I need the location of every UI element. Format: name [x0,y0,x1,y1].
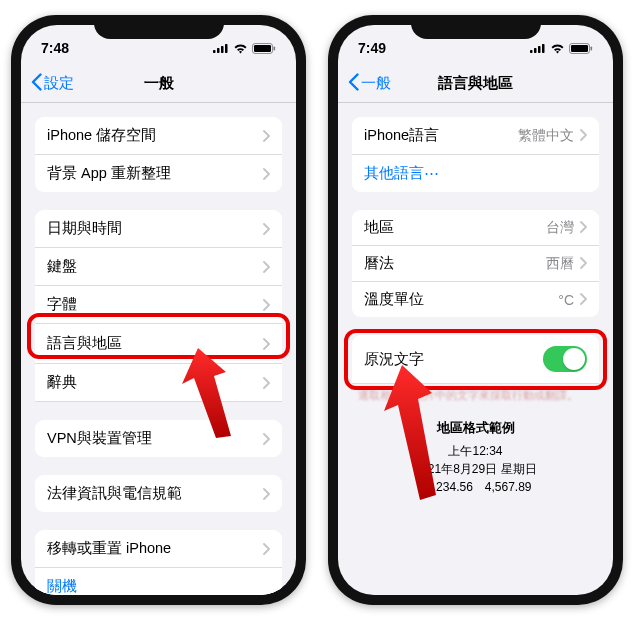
row-dictionary[interactable]: 辭典 [35,364,282,402]
notch [411,15,541,39]
cell-value: °C [558,292,574,308]
row-live-text[interactable]: 原況文字 [352,335,599,384]
row-legal-regulatory[interactable]: 法律資訊與電信規範 [35,475,282,512]
back-label: 一般 [361,74,391,93]
row-transfer-reset[interactable]: 移轉或重置 iPhone [35,530,282,568]
svg-rect-5 [254,45,271,52]
svg-rect-8 [534,48,537,53]
screen-right: 7:49 一般 語言與地區 iPhone語言 繁體中文 [338,25,613,595]
cell-label: VPN與裝置管理 [47,429,152,448]
content-right[interactable]: iPhone語言 繁體中文 其他語言⋯ 地區 台灣 [338,103,613,595]
chevron-right-icon [580,128,587,144]
svg-rect-1 [217,48,220,53]
chevron-left-icon [348,73,359,94]
row-calendar[interactable]: 曆法 西曆 [352,246,599,282]
chevron-right-icon [263,130,270,142]
group-region: 地區 台灣 曆法 西曆 溫度單位 °C [352,210,599,317]
content-left[interactable]: iPhone 儲存空間 背景 App 重新整理 日期與時間 鍵盤 [21,103,296,595]
status-indicators [530,43,593,54]
svg-rect-6 [274,46,276,50]
footer-hint: 選取相機和照片中的文字來採取行動或翻譯。 [358,388,593,403]
chevron-right-icon [263,377,270,389]
region-format-example: 地區格式範例 上午12:34 2021年8月29日 星期日 $1,234.56 … [338,419,613,496]
chevron-right-icon [580,292,587,308]
signal-icon [213,43,229,53]
row-iphone-language[interactable]: iPhone語言 繁體中文 [352,117,599,155]
cell-label: iPhone 儲存空間 [47,126,156,145]
nav-title: 一般 [144,74,174,93]
svg-rect-2 [221,46,224,53]
format-numbers: $1,234.56 4,567.89 [338,478,613,496]
cell-label: 移轉或重置 iPhone [47,539,171,558]
group-live-text: 原況文字 [352,335,599,384]
svg-rect-13 [591,46,593,50]
chevron-right-icon [263,433,270,445]
row-other-languages[interactable]: 其他語言⋯ [352,155,599,192]
phone-frame-left: 7:48 設定 一般 iPhone 儲存空間 背景 App 重新整理 [11,15,306,605]
chevron-right-icon [263,168,270,180]
svg-rect-9 [538,46,541,53]
chevron-right-icon [580,220,587,236]
cell-label: 字體 [47,295,77,314]
status-indicators [213,43,276,54]
svg-rect-10 [542,44,545,53]
chevron-right-icon [263,223,270,235]
phone-frame-right: 7:49 一般 語言與地區 iPhone語言 繁體中文 [328,15,623,605]
back-button[interactable]: 設定 [31,73,74,94]
svg-rect-0 [213,50,216,53]
wifi-icon [550,43,565,54]
row-date-time[interactable]: 日期與時間 [35,210,282,248]
row-language-region[interactable]: 語言與地區 [35,324,282,364]
cell-label: 溫度單位 [364,290,424,309]
format-header: 地區格式範例 [338,419,613,438]
chevron-right-icon [263,338,270,350]
format-date: 2021年8月29日 星期日 [338,460,613,478]
notch [94,15,224,39]
back-label: 設定 [44,74,74,93]
row-fonts[interactable]: 字體 [35,286,282,324]
cell-label: 曆法 [364,254,394,273]
screen-left: 7:48 設定 一般 iPhone 儲存空間 背景 App 重新整理 [21,25,296,595]
svg-rect-3 [225,44,228,53]
row-keyboard[interactable]: 鍵盤 [35,248,282,286]
svg-rect-12 [571,45,588,52]
row-background-app-refresh[interactable]: 背景 App 重新整理 [35,155,282,192]
row-vpn-device-management[interactable]: VPN與裝置管理 [35,420,282,457]
svg-rect-7 [530,50,533,53]
row-shutdown[interactable]: 關機 [35,568,282,595]
cell-label: 語言與地區 [47,334,122,353]
chevron-left-icon [31,73,42,94]
nav-bar: 一般 語言與地區 [338,65,613,103]
battery-icon [569,43,593,54]
wifi-icon [233,43,248,54]
battery-icon [252,43,276,54]
cell-label: 辭典 [47,373,77,392]
cell-label: 原況文字 [364,350,424,369]
live-text-toggle[interactable] [543,346,587,372]
cell-label: 其他語言⋯ [364,164,439,183]
cell-label: 關機 [47,577,77,595]
group-legal: 法律資訊與電信規範 [35,475,282,512]
status-time: 7:48 [41,40,69,56]
format-time: 上午12:34 [338,442,613,460]
nav-title: 語言與地區 [438,74,513,93]
chevron-right-icon [263,488,270,500]
row-temperature-unit[interactable]: 溫度單位 °C [352,282,599,317]
chevron-right-icon [580,256,587,272]
cell-label: iPhone語言 [364,126,439,145]
cell-label: 法律資訊與電信規範 [47,484,182,503]
row-region[interactable]: 地區 台灣 [352,210,599,246]
cell-value: 繁體中文 [518,127,574,145]
group-reset: 移轉或重置 iPhone 關機 [35,530,282,595]
cell-value: 西曆 [546,255,574,273]
status-time: 7:49 [358,40,386,56]
back-button[interactable]: 一般 [348,73,391,94]
cell-label: 地區 [364,218,394,237]
cell-value: 台灣 [546,219,574,237]
signal-icon [530,43,546,53]
chevron-right-icon [263,299,270,311]
row-iphone-storage[interactable]: iPhone 儲存空間 [35,117,282,155]
group-language: iPhone語言 繁體中文 其他語言⋯ [352,117,599,192]
cell-label: 日期與時間 [47,219,122,238]
group-date-lang: 日期與時間 鍵盤 字體 語言與地區 辭典 [35,210,282,402]
